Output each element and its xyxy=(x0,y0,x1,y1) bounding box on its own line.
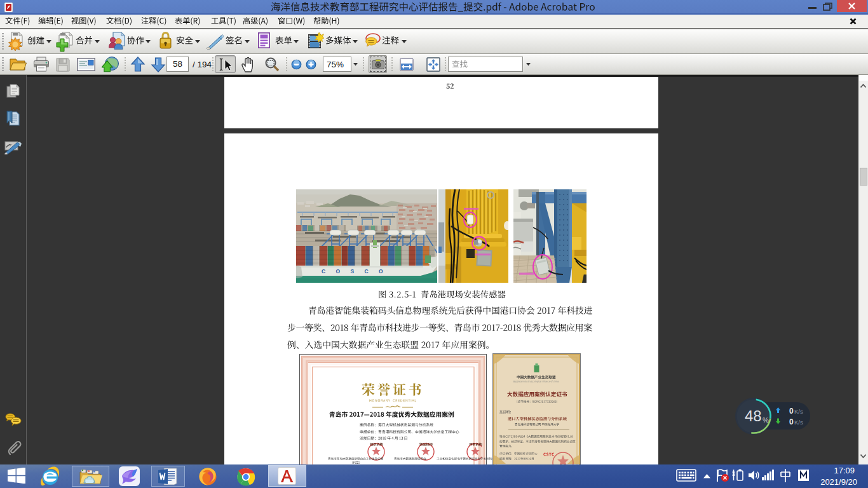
svg-text:%: % xyxy=(763,416,769,424)
svg-text:0: 0 xyxy=(789,407,794,416)
svg-text:K/s: K/s xyxy=(794,408,803,415)
svg-text:48: 48 xyxy=(745,407,762,424)
svg-text:K/s: K/s xyxy=(794,419,803,426)
svg-text:C O S C O: C O S C O xyxy=(322,268,388,274)
svg-text:0: 0 xyxy=(789,417,794,426)
